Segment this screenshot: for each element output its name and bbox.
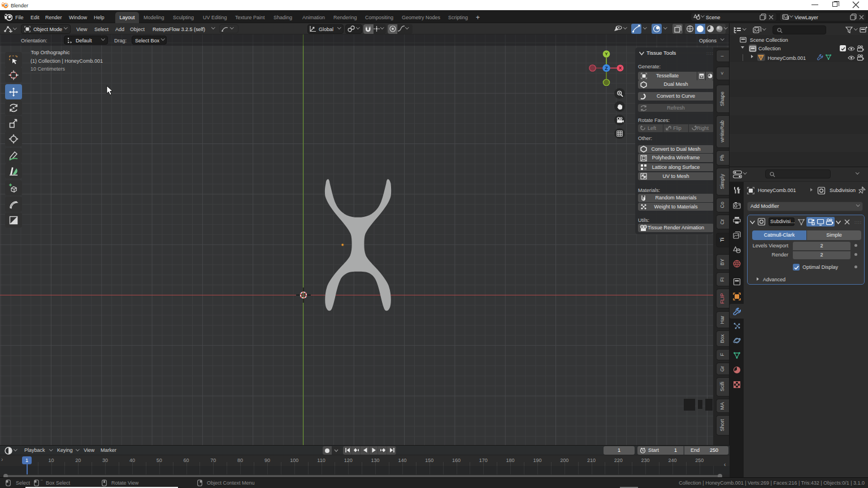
- svg-text:Y: Y: [605, 51, 608, 56]
- svg-text:X: X: [619, 66, 622, 71]
- svg-text:Z: Z: [605, 66, 607, 71]
